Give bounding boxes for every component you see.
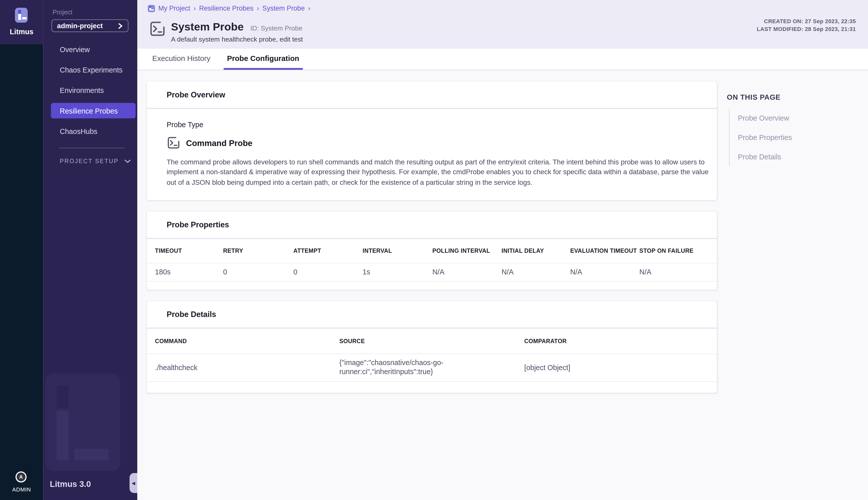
on-this-page-title: ON THIS PAGE <box>727 93 854 101</box>
probe-properties-title: Probe Properties <box>147 211 717 238</box>
link-probe-properties[interactable]: Probe Properties <box>738 134 854 142</box>
page-title: System Probe <box>171 20 244 33</box>
collapse-left-icon: ◀ <box>132 481 135 486</box>
column-header: COMMAND <box>155 338 339 344</box>
sidebar-nav: Overview Chaos Experiments Environments … <box>43 42 137 144</box>
sidebar-item-chaoshubs[interactable]: ChaosHubs <box>51 123 136 139</box>
watermark-segment <box>56 411 68 461</box>
timeout-value: 180s <box>155 268 223 276</box>
column-header: ATTEMPT <box>293 248 363 254</box>
tab-probe-configuration[interactable]: Probe Configuration <box>224 48 303 70</box>
probe-details-card: Probe Details COMMAND SOURCE COMPARATOR … <box>147 301 717 393</box>
tab-execution-history[interactable]: Execution History <box>149 48 214 70</box>
logo-segment <box>149 6 151 8</box>
litmus-breadcrumb-icon <box>148 5 155 12</box>
sidebar: Project admin-project Overview Chaos Exp… <box>43 0 137 500</box>
on-this-page-links: Probe Overview Probe Properties Probe De… <box>729 109 854 166</box>
probe-type-row: Command Probe <box>167 136 697 149</box>
page-header: My Project › Resilience Probes › System … <box>137 0 868 48</box>
sidebar-item-label: Overview <box>60 45 90 53</box>
cards-column: Probe Overview Probe Type Command Probe <box>147 81 717 404</box>
column-header: STOP ON FAILURE <box>639 248 717 254</box>
project-setup-toggle[interactable]: PROJECT SETUP <box>60 158 131 164</box>
probe-id-label: ID: System Probe <box>250 24 303 32</box>
breadcrumb-item-resilience-probes[interactable]: Resilience Probes <box>199 4 253 12</box>
column-header: COMPARATOR <box>524 338 717 344</box>
column-header: SOURCE <box>339 338 524 344</box>
admin-label[interactable]: ADMIN <box>0 486 43 492</box>
column-header: INTERVAL <box>362 248 432 254</box>
left-rail: Litmus A ADMIN <box>0 0 43 500</box>
project-selector[interactable]: admin-project <box>52 19 128 32</box>
sidebar-item-label: ChaosHubs <box>60 127 97 135</box>
breadcrumb: My Project › Resilience Probes › System … <box>148 4 310 12</box>
logo-segment <box>22 17 26 19</box>
created-on: CREATED ON: 27 Sep 2023, 22:35 <box>757 18 856 25</box>
logo-segment <box>19 10 21 14</box>
properties-header-row: TIMEOUT RETRY ATTEMPT INTERVAL POLLING I… <box>147 239 717 263</box>
chevron-right-icon: › <box>308 4 310 12</box>
tab-label: Probe Configuration <box>227 54 299 62</box>
link-probe-overview[interactable]: Probe Overview <box>738 114 854 122</box>
attempt-value: 0 <box>293 268 363 276</box>
sidebar-item-label: Resilience Probes <box>60 106 117 115</box>
last-modified: LAST MODIFIED: 28 Sep 2023, 21:31 <box>757 25 856 33</box>
evaluation-timeout-value: N/A <box>570 268 640 276</box>
chevron-right-icon <box>118 23 123 29</box>
content-area: Probe Overview Probe Type Command Probe <box>137 71 868 500</box>
logo-segment <box>19 14 21 20</box>
column-header: RETRY <box>223 248 293 254</box>
watermark-segment <box>56 386 68 408</box>
terminal-icon <box>149 20 166 37</box>
rail-logo-section: Litmus <box>0 0 43 44</box>
on-this-page: ON THIS PAGE Probe Overview Probe Proper… <box>727 93 854 166</box>
sidebar-item-resilience-probes[interactable]: Resilience Probes <box>51 103 136 118</box>
logo-segment <box>151 10 154 11</box>
sidebar-item-label: Environments <box>60 86 104 94</box>
comparator-value: [object Object] <box>524 364 717 372</box>
probe-overview-title: Probe Overview <box>147 81 717 108</box>
polling-interval-value: N/A <box>432 268 501 276</box>
breadcrumb-item-my-project[interactable]: My Project <box>158 4 190 12</box>
watermark-segment <box>74 448 108 460</box>
column-header: TIMEOUT <box>155 248 223 254</box>
retry-value: 0 <box>223 268 293 276</box>
table-footer <box>147 382 717 393</box>
litmus-watermark-logo <box>45 373 120 471</box>
title-block: System Probe ID: System Probe A default … <box>171 20 303 43</box>
breadcrumb-item-system-probe[interactable]: System Probe <box>262 4 305 12</box>
details-value-row: ./healthcheck {"image":"chaosnative/chao… <box>147 353 717 382</box>
terminal-icon <box>167 136 181 149</box>
sidebar-collapse-button[interactable]: ◀ <box>129 473 137 493</box>
link-probe-details[interactable]: Probe Details <box>738 153 854 161</box>
column-header: INITIAL DELAY <box>501 248 570 254</box>
sidebar-item-overview[interactable]: Overview <box>51 42 136 57</box>
properties-value-row: 180s 0 0 1s N/A N/A N/A N/A <box>147 263 717 282</box>
table-footer <box>147 282 717 290</box>
probe-dates: CREATED ON: 27 Sep 2023, 22:35 LAST MODI… <box>757 18 856 33</box>
sidebar-item-label: Chaos Experiments <box>60 66 122 74</box>
version-label: Litmus 3.0 <box>50 479 91 488</box>
probe-properties-card: Probe Properties TIMEOUT RETRY ATTEMPT I… <box>147 211 717 290</box>
source-value: {"image":"chaosnative/chaos-go-runner:ci… <box>339 354 456 381</box>
probe-title-row: System Probe ID: System Probe A default … <box>149 20 303 43</box>
logo-label: Litmus <box>0 28 43 36</box>
project-label: Project <box>53 9 72 15</box>
avatar[interactable]: A <box>15 471 27 482</box>
tab-bar: Execution History Probe Configuration <box>137 48 868 70</box>
probe-description: The command probe allows developers to r… <box>167 157 716 188</box>
probe-overview-body: Probe Type Command Probe The command pro… <box>147 109 717 200</box>
tab-label: Execution History <box>152 54 210 62</box>
chevron-right-icon: › <box>193 4 196 12</box>
litmus-logo-icon[interactable] <box>15 8 28 23</box>
probe-subtitle: A default system healthcheck probe, edit… <box>171 35 303 43</box>
interval-value: 1s <box>362 268 432 276</box>
stop-on-failure-value: N/A <box>639 268 717 276</box>
command-value: ./healthcheck <box>155 364 339 372</box>
sidebar-item-chaos-experiments[interactable]: Chaos Experiments <box>51 62 136 78</box>
project-selector-value: admin-project <box>57 22 118 30</box>
sidebar-item-environments[interactable]: Environments <box>51 82 136 98</box>
logo-segment <box>149 8 151 11</box>
project-setup-label: PROJECT SETUP <box>60 158 119 164</box>
sidebar-divider <box>59 148 124 148</box>
